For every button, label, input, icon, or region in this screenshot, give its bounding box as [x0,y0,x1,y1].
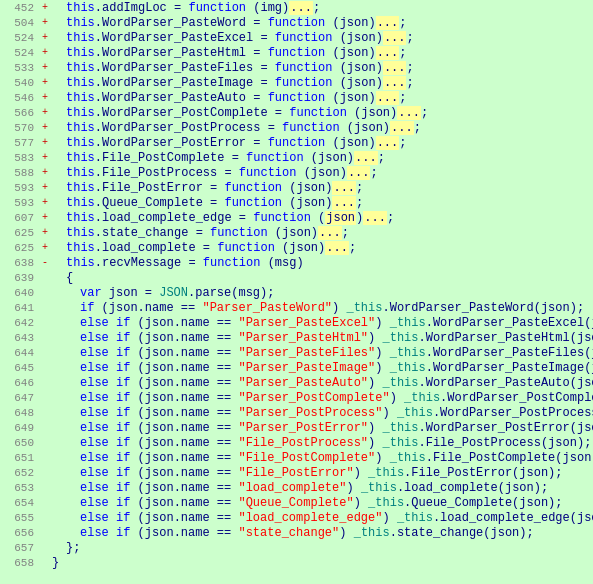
line-code: this.File_PostError = function (json)...… [52,181,593,195]
code-line: 658 } [0,555,593,570]
line-code: else if (json.name == "Parser_PostProces… [52,406,593,420]
code-line: 654 else if (json.name == "Queue_Complet… [0,495,593,510]
code-line: 655 else if (json.name == "load_complete… [0,510,593,525]
code-line: 524+this.WordParser_PasteExcel = functio… [0,30,593,45]
expand-icon[interactable]: + [38,122,52,133]
line-number: 504 [2,17,38,29]
line-number: 648 [2,407,38,419]
line-number: 566 [2,107,38,119]
code-line: 524+this.WordParser_PasteHtml = function… [0,45,593,60]
line-code: this.state_change = function (json)...; [52,226,593,240]
code-line: 452+this.addImgLoc = function (img)...; [0,0,593,15]
line-code: this.WordParser_PasteAuto = function (js… [52,91,593,105]
line-number: 588 [2,167,38,179]
expand-icon[interactable]: + [38,242,52,253]
code-line: 653 else if (json.name == "load_complete… [0,480,593,495]
line-number: 638 [2,257,38,269]
expand-icon[interactable]: + [38,2,52,13]
code-line: 546+this.WordParser_PasteAuto = function… [0,90,593,105]
line-code: this.WordParser_PasteWord = function (js… [52,16,593,30]
code-line: 641 if (json.name == "Parser_PasteWord")… [0,300,593,315]
line-code: this.File_PostProcess = function (json).… [52,166,593,180]
code-line: 625+this.state_change = function (json).… [0,225,593,240]
code-line: 566+this.WordParser_PostComplete = funct… [0,105,593,120]
expand-icon[interactable]: + [38,152,52,163]
code-line: 540+this.WordParser_PasteImage = functio… [0,75,593,90]
expand-icon[interactable]: + [38,17,52,28]
code-line: 645 else if (json.name == "Parser_PasteI… [0,360,593,375]
line-code: { [52,271,593,285]
line-number: 607 [2,212,38,224]
expand-icon[interactable]: + [38,47,52,58]
line-code: this.Queue_Complete = function (json)...… [52,196,593,210]
code-line: 657 }; [0,540,593,555]
line-number: 657 [2,542,38,554]
line-number: 646 [2,377,38,389]
code-line: 649 else if (json.name == "Parser_PostEr… [0,420,593,435]
expand-icon[interactable]: + [38,167,52,178]
line-code: this.addImgLoc = function (img)...; [52,1,593,15]
code-line: 651 else if (json.name == "File_PostComp… [0,450,593,465]
line-number: 647 [2,392,38,404]
line-number: 540 [2,77,38,89]
line-code: else if (json.name == "File_PostComplete… [52,451,593,465]
code-line: 625+this.load_complete = function (json)… [0,240,593,255]
line-code: } [52,556,593,570]
expand-icon[interactable]: + [38,77,52,88]
line-code: else if (json.name == "Queue_Complete") … [52,496,593,510]
line-code: this.recvMessage = function (msg) [52,256,593,270]
line-code: else if (json.name == "Parser_PasteImage… [52,361,593,375]
code-line: 588+this.File_PostProcess = function (js… [0,165,593,180]
line-number: 625 [2,242,38,254]
expand-icon[interactable]: + [38,107,52,118]
line-number: 642 [2,317,38,329]
code-line: 583+this.File_PostComplete = function (j… [0,150,593,165]
line-code: else if (json.name == "Parser_PasteFiles… [52,346,593,360]
line-number: 593 [2,197,38,209]
line-number: 639 [2,272,38,284]
line-number: 583 [2,152,38,164]
code-line: 648 else if (json.name == "Parser_PostPr… [0,405,593,420]
expand-icon[interactable]: + [38,182,52,193]
line-number: 643 [2,332,38,344]
line-number: 654 [2,497,38,509]
collapse-icon[interactable]: - [38,257,52,268]
line-number: 658 [2,557,38,569]
line-code: var json = JSON.parse(msg); [52,286,593,300]
line-number: 570 [2,122,38,134]
code-line: 593+this.File_PostError = function (json… [0,180,593,195]
expand-icon[interactable]: + [38,92,52,103]
line-code: else if (json.name == "Parser_PasteAuto"… [52,376,593,390]
line-code: else if (json.name == "Parser_PostError"… [52,421,593,435]
line-number: 644 [2,347,38,359]
line-code: else if (json.name == "File_PostProcess"… [52,436,593,450]
code-line: 646 else if (json.name == "Parser_PasteA… [0,375,593,390]
expand-icon[interactable]: + [38,197,52,208]
code-editor: 452+this.addImgLoc = function (img)...;5… [0,0,593,584]
expand-icon[interactable]: + [38,32,52,43]
line-number: 533 [2,62,38,74]
code-line: 656 else if (json.name == "state_change"… [0,525,593,540]
expand-icon[interactable]: + [38,137,52,148]
code-line: 650 else if (json.name == "File_PostProc… [0,435,593,450]
line-code: this.WordParser_PostError = function (js… [52,136,593,150]
line-code: else if (json.name == "load_complete") _… [52,481,593,495]
code-line: 639 { [0,270,593,285]
line-code: this.load_complete_edge = function (json… [52,211,593,225]
code-line: 644 else if (json.name == "Parser_PasteF… [0,345,593,360]
expand-icon[interactable]: + [38,62,52,73]
line-code: this.WordParser_PasteExcel = function (j… [52,31,593,45]
code-line: 593+this.Queue_Complete = function (json… [0,195,593,210]
line-number: 524 [2,47,38,59]
line-number: 656 [2,527,38,539]
line-number: 546 [2,92,38,104]
line-code: else if (json.name == "Parser_PostComple… [52,391,593,405]
line-number: 649 [2,422,38,434]
line-number: 640 [2,287,38,299]
code-line: 607+this.load_complete_edge = function (… [0,210,593,225]
expand-icon[interactable]: + [38,227,52,238]
line-code: else if (json.name == "state_change") _t… [52,526,593,540]
expand-icon[interactable]: + [38,212,52,223]
code-line: 642 else if (json.name == "Parser_PasteE… [0,315,593,330]
code-line: 640 var json = JSON.parse(msg); [0,285,593,300]
